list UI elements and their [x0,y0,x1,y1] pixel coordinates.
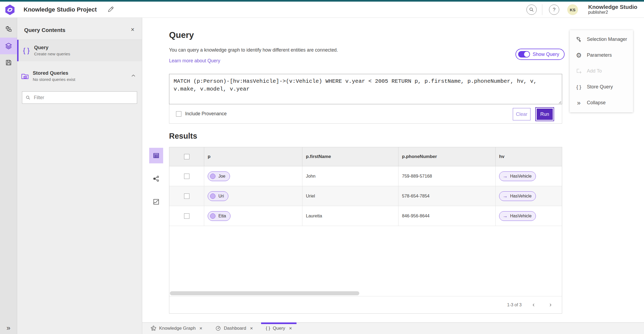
save-icon[interactable] [0,54,17,71]
chevron-up-icon[interactable] [131,73,136,80]
cell-phonenumber: 846-956-8644 [398,206,496,226]
entity-pill[interactable]: Uri [208,191,228,201]
menu-item-add-to[interactable]: Add To [570,63,633,79]
app-name: Knowledge Studio [588,4,637,10]
column-header-firstname: p.firstName [302,147,398,166]
stored-queries-label: Stored Queries [33,70,75,76]
tab-knowledge-graph[interactable]: Knowledge Graph × [146,323,207,334]
edit-title-icon[interactable] [107,6,114,13]
table-view-icon[interactable] [149,148,163,163]
menu-item-label: Parameters [587,52,612,58]
gear-icon: ⚙ [576,52,582,59]
map-view-icon[interactable] [149,194,163,210]
horizontal-scrollbar[interactable] [170,291,359,295]
help-icon[interactable]: ? [549,5,559,15]
query-contents-panel: Query Contents × { } Query Create new qu… [17,18,142,334]
app-logo-icon[interactable] [5,4,15,15]
menu-item-store-query[interactable]: { } Store Query [570,79,633,95]
tab-label: Dashboard [224,326,246,331]
selection-manager-icon [576,36,582,42]
header-divider [542,4,542,15]
menu-item-selection-manager[interactable]: Selection Manager [570,31,633,47]
relationship-pill[interactable]: → HasVehicle [499,171,536,181]
menu-item-label: Collapse [587,100,606,106]
avatar-initials: KS [570,8,576,12]
menu-item-label: Selection Manager [587,37,627,42]
data-model-icon[interactable] [0,21,17,38]
close-icon[interactable]: × [129,26,136,33]
next-page-icon[interactable] [546,300,555,310]
menu-item-label: Add To [587,68,602,74]
query-editor-input[interactable]: MATCH (p:Person)-[hv:HasVehicle]->(v:Veh… [169,74,562,104]
column-header-phonenumber: p.phoneNumber [398,147,496,166]
tab-query[interactable]: { } Query × [261,323,297,334]
relationship-pill[interactable]: → HasVehicle [499,211,536,221]
knowledge-graph-icon [151,325,156,331]
contents-layers-icon[interactable] [0,38,17,54]
select-all-checkbox[interactable] [184,154,189,159]
expand-rail-icon[interactable]: » [0,324,17,331]
entity-label: Uri [218,194,224,199]
results-table: p p.firstName p.phoneNumber hv Joe John … [169,147,562,314]
table-pagination-bar: 1-3 of 3 [169,296,562,313]
user-info[interactable]: Knowledge Studio publisher2 [588,4,637,15]
query-item-description: Create new queries [34,52,70,56]
username: publisher2 [588,10,637,15]
toggle-switch-on[interactable] [518,51,530,58]
row-checkbox[interactable] [184,213,189,219]
include-provenance-checkbox[interactable] [176,111,181,117]
tab-close-icon[interactable]: × [199,325,202,331]
filter-input[interactable] [33,95,134,101]
braces-icon: { } [266,326,270,331]
entity-circle-icon [210,174,215,179]
view-tab-bar: Knowledge Graph × Dashboard × { } Query … [142,322,644,334]
sidebar-item-stored-queries[interactable]: Stored Queries No stored queries exist [17,64,142,88]
relationship-label: HasVehicle [510,174,532,179]
relationship-pill[interactable]: → HasVehicle [499,191,536,201]
entity-pill[interactable]: Etta [208,211,230,221]
menu-item-collapse[interactable]: » Collapse [570,95,633,111]
folder-icon [17,72,33,80]
tab-close-icon[interactable]: × [250,325,253,331]
menu-item-label: Store Query [587,84,613,90]
relationship-label: HasVehicle [510,214,532,218]
search-icon[interactable] [526,5,537,15]
results-title: Results [169,132,197,141]
tab-dashboard[interactable]: Dashboard × [211,323,257,334]
sidebar-item-query[interactable]: { } Query Create new queries [17,40,142,61]
braces-icon: { } [19,46,34,55]
clear-button[interactable]: Clear [513,108,530,120]
project-title: Knowledge Studio Project [24,6,97,13]
menu-item-parameters[interactable]: ⚙ Parameters [570,47,633,63]
close-glyph: × [131,26,134,33]
link-chart-view-icon[interactable] [149,171,163,186]
table-row: Joe John 759-889-57168 → HasVehicle [169,166,562,186]
double-chevron-icon: » [6,324,10,332]
previous-page-icon[interactable] [529,300,538,310]
arrow-right-icon: → [503,174,508,179]
braces-icon: { } [576,84,582,90]
left-icon-rail: » [0,18,17,334]
add-to-icon [576,68,582,74]
avatar[interactable]: KS [567,4,578,15]
panel-title: Query Contents [24,27,65,33]
include-provenance-label: Include Provenance [185,111,227,117]
tools-menu: Selection Manager ⚙ Parameters Add To { … [570,30,633,112]
show-query-label: Show Query [533,52,559,57]
row-checkbox[interactable] [184,174,189,179]
table-row: Etta Lauretta 846-956-8644 → HasVehicle [169,206,562,226]
tab-close-icon[interactable]: × [289,325,292,331]
query-actions-bar: Include Provenance Clear Run [169,104,562,124]
show-query-toggle[interactable]: Show Query [515,49,565,60]
row-checkbox[interactable] [184,193,189,199]
entity-circle-icon [210,193,215,199]
run-button[interactable]: Run [535,107,554,121]
table-row: Uri Uriel 578-654-7854 → HasVehicle [169,186,562,206]
cell-firstname: John [302,166,398,186]
tab-label: Query [273,326,285,331]
relationship-label: HasVehicle [510,194,532,199]
entity-pill[interactable]: Joe [208,171,230,181]
learn-more-link[interactable]: Learn more about Query [169,58,220,64]
cell-phonenumber: 578-654-7854 [398,186,496,206]
column-header-p: p [204,147,302,166]
